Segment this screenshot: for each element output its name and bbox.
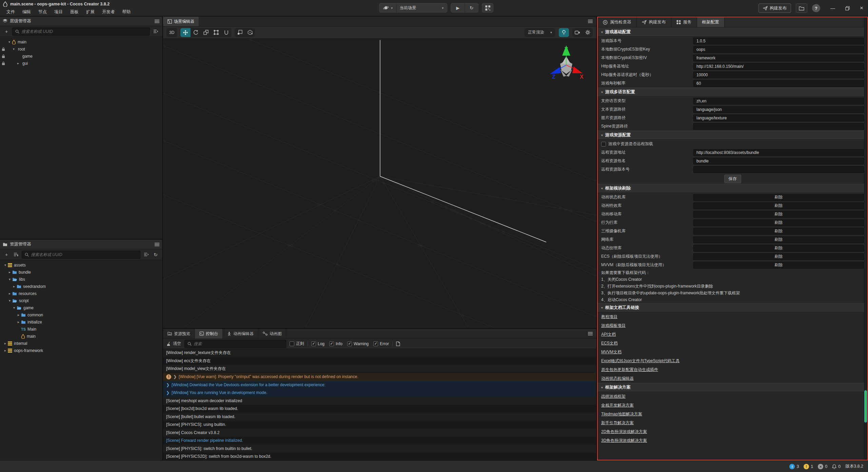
tree-row[interactable]: ▾root	[0, 45, 162, 53]
remote-load-checkbox[interactable]: 游戏中资源是否远程加载	[598, 140, 867, 148]
filter-info[interactable]: Info	[329, 341, 342, 346]
expand-chevron-icon[interactable]: ❯	[166, 382, 170, 387]
chevron-right-icon[interactable]: ▸	[3, 341, 8, 345]
section-header[interactable]: ▾框架模块剔除	[598, 184, 867, 193]
camera-settings-button[interactable]	[572, 28, 583, 37]
scene-viewport[interactable]: Y Z X	[163, 39, 596, 328]
play-button[interactable]: ▶	[451, 3, 465, 12]
console-search[interactable]	[184, 340, 286, 348]
tree-row[interactable]: ▸bundle	[0, 269, 162, 276]
remove-module-button[interactable]: 剔除	[693, 219, 864, 226]
remove-module-button[interactable]: 剔除	[693, 245, 864, 252]
log-row[interactable]: [Scene] meshopt wasm decoder initialized	[163, 397, 596, 405]
clear-console-button[interactable]: 清空	[166, 341, 181, 347]
tree-row[interactable]: ▸oops-framework	[0, 347, 162, 354]
doc-link[interactable]: 全栈开发解决方案	[601, 402, 634, 408]
config-input[interactable]	[693, 38, 864, 44]
doc-link[interactable]: 游戏模板项目	[601, 323, 626, 329]
toggle-3d-button[interactable]: 3D	[166, 28, 177, 37]
menu-item-文件[interactable]: 文件	[3, 8, 18, 16]
status-info[interactable]: i 3	[789, 464, 799, 469]
config-input[interactable]	[693, 158, 864, 164]
tree-row[interactable]: ▾script	[0, 297, 162, 304]
remove-module-button[interactable]: 剔除	[693, 202, 864, 209]
scale-tool-button[interactable]	[201, 28, 211, 37]
section-header[interactable]: ▾框架文档工具链接	[598, 303, 867, 312]
console-search-input[interactable]	[194, 341, 283, 346]
help-button[interactable]: ?	[812, 4, 820, 12]
sort-assets-button[interactable]	[12, 251, 20, 258]
preview-qr-button[interactable]	[482, 3, 493, 13]
tree-row[interactable]: main	[0, 333, 162, 340]
hierarchy-search-input[interactable]	[21, 29, 147, 34]
lighting-toggle-button[interactable]	[559, 28, 569, 37]
menu-item-帮助[interactable]: 帮助	[119, 8, 134, 16]
panel-menu-icon[interactable]	[155, 243, 159, 246]
log-file-icon[interactable]	[396, 341, 400, 346]
menu-item-开发者[interactable]: 开发者	[99, 8, 118, 16]
tab-服务[interactable]: 服务	[671, 17, 697, 27]
chevron-down-icon[interactable]: ▾	[12, 306, 17, 310]
config-input[interactable]	[693, 166, 864, 173]
doc-link[interactable]: 3D角色扮演游戏解决方案	[601, 438, 647, 444]
chevron-right-icon[interactable]: ▸	[16, 313, 21, 317]
ui-transform-tool-button[interactable]	[221, 28, 231, 37]
save-button[interactable]: 保存	[724, 175, 741, 183]
menu-item-扩展[interactable]: 扩展	[83, 8, 98, 16]
chevron-down-icon[interactable]: ▾	[7, 40, 12, 44]
status-notifications[interactable]: 0	[832, 464, 841, 469]
chevron-down-icon[interactable]: ▾	[7, 277, 12, 281]
config-input[interactable]	[693, 63, 864, 70]
menu-item-节点[interactable]: 节点	[35, 8, 50, 16]
scene-select[interactable]: 当前场景 ▾	[396, 3, 447, 12]
doc-link[interactable]: 新手引导解决方案	[601, 420, 634, 426]
chevron-down-icon[interactable]: ▾	[11, 47, 16, 51]
gear-icon[interactable]	[583, 28, 593, 37]
open-project-folder-button[interactable]	[796, 3, 807, 13]
chevron-right-icon[interactable]: ▸	[7, 270, 12, 274]
filter-warning[interactable]: Warning	[347, 341, 369, 346]
doc-link[interactable]: ECS文档	[601, 340, 618, 346]
section-header[interactable]: ▾游戏基础配置	[598, 27, 867, 37]
tab-动画图[interactable]: 动画图	[258, 329, 287, 338]
hierarchy-search[interactable]	[12, 27, 150, 36]
log-row[interactable]: [Scene] [PHYSICS]: switch from builtin t…	[163, 445, 596, 453]
minimize-button[interactable]: —	[830, 5, 835, 11]
panel-menu-icon[interactable]	[155, 20, 159, 23]
remove-module-button[interactable]: 剔除	[693, 211, 864, 218]
create-node-button[interactable]: +	[3, 28, 10, 35]
tree-row[interactable]: ▸seedrandom	[0, 283, 162, 290]
doc-link[interactable]: 动画状态机编辑器	[601, 376, 634, 381]
config-input[interactable]	[693, 80, 864, 87]
panel-menu-icon[interactable]	[588, 20, 593, 23]
expand-chevron-icon[interactable]: ❯	[173, 374, 177, 379]
filter-icon[interactable]	[142, 251, 150, 258]
tree-row[interactable]: ▾assets	[0, 261, 162, 269]
tab-scene-editor[interactable]: 场景编辑器	[163, 17, 199, 26]
platform-select[interactable]: ▾	[379, 3, 396, 12]
section-header[interactable]: ▾游戏多语言配置	[598, 87, 867, 97]
gizmo-space-button[interactable]	[245, 28, 255, 37]
move-tool-button[interactable]	[180, 28, 191, 37]
menu-item-编辑[interactable]: 编辑	[19, 8, 34, 16]
tab-动画编辑器[interactable]: 动画编辑器	[223, 329, 258, 338]
status-error[interactable]: × 0	[818, 464, 827, 469]
remove-module-button[interactable]: 剔除	[693, 253, 864, 260]
log-row[interactable]: [Scene] [PHYSICS2D]: switch from box2d-w…	[163, 453, 596, 461]
tree-row[interactable]: ▸common	[0, 311, 162, 318]
filter-icon[interactable]	[152, 28, 159, 35]
tab-属性检查器[interactable]: 属性检查器	[598, 17, 637, 27]
doc-link[interactable]: 战棋游戏框架	[601, 394, 626, 399]
chevron-right-icon[interactable]: ▸	[16, 61, 21, 65]
section-header[interactable]: ▾框架解决方案	[598, 383, 867, 392]
doc-link[interactable]: Excel格式转Json文件与TypeScript代码工具	[601, 358, 679, 364]
log-row[interactable]: [Scene] [bullet]:bullet wasm lib loaded.	[163, 413, 596, 421]
log-row[interactable]: ❯[Window] Download the Vue Devtools exte…	[163, 381, 596, 389]
axis-gizmo[interactable]: Y Z X	[546, 43, 587, 83]
remove-module-button[interactable]: 剔除	[693, 236, 864, 243]
chevron-right-icon[interactable]: ▸	[3, 349, 8, 352]
create-asset-button[interactable]: +	[3, 251, 10, 258]
tab-构建发布[interactable]: 构建发布	[637, 17, 671, 27]
render-mode-select[interactable]: 正常渲染 ▾	[525, 28, 555, 37]
doc-link[interactable]: 原生包热更新配置自动生成插件	[601, 367, 658, 373]
